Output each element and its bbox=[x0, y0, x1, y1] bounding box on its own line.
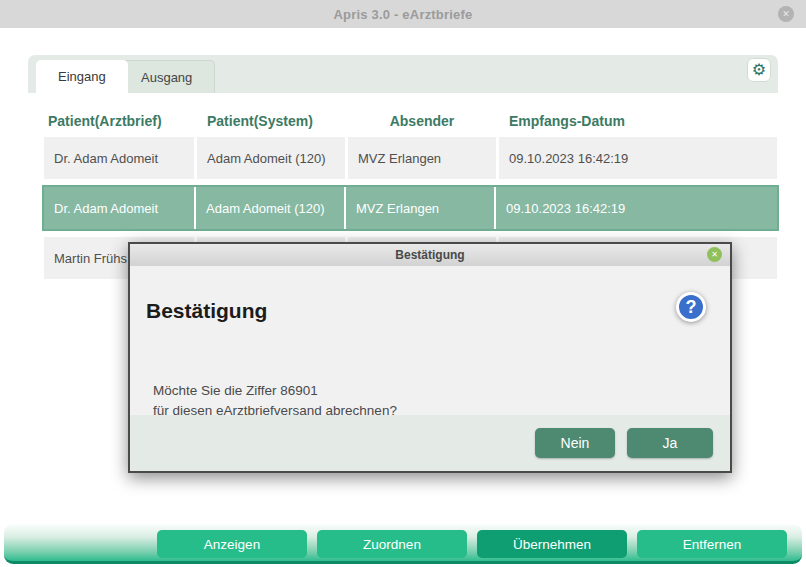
gear-icon[interactable]: ⚙ bbox=[747, 58, 771, 82]
window-close-icon[interactable]: ✕ bbox=[778, 6, 794, 22]
dialog-message-line1: Möchte Sie die Ziffer 86901 bbox=[153, 381, 397, 401]
entfernen-button[interactable]: Entfernen bbox=[637, 530, 787, 558]
dialog-message: Möchte Sie die Ziffer 86901 für diesen e… bbox=[153, 381, 397, 421]
cell-absender: MVZ Erlangen bbox=[348, 137, 496, 179]
table-row-selected[interactable]: Dr. Adam Adomeit Adam Adomeit (120) MVZ … bbox=[44, 187, 777, 229]
dialog-message-line2: für diesen eArztbriefversand abrechnen? bbox=[153, 401, 397, 421]
column-header-patient-system: Patient(System) bbox=[197, 113, 345, 129]
cell-patient-arztbrief: Dr. Adam Adomeit bbox=[44, 187, 194, 229]
column-header-absender: Absender bbox=[348, 113, 496, 129]
dialog-titlebar: Bestätigung ✕ bbox=[130, 244, 730, 266]
cell-empfangs-datum: 09.10.2023 16:42:19 bbox=[499, 137, 777, 179]
cell-absender: MVZ Erlangen bbox=[346, 187, 494, 229]
tab-ausgang[interactable]: Ausgang bbox=[118, 60, 215, 93]
cell-patient-system: Adam Adomeit (120) bbox=[197, 137, 345, 179]
dialog-footer: Nein Ja bbox=[130, 415, 730, 471]
bottom-buttons: Anzeigen Zuordnen Übernehmen Entfernen bbox=[157, 530, 787, 558]
ja-button[interactable]: Ja bbox=[627, 428, 713, 458]
cell-empfangs-datum: 09.10.2023 16:42:19 bbox=[496, 187, 777, 229]
column-header-empfangs-datum: Empfangs-Datum bbox=[499, 113, 777, 129]
tab-eingang[interactable]: Eingang bbox=[36, 60, 128, 93]
table-row[interactable]: Dr. Adam Adomeit Adam Adomeit (120) MVZ … bbox=[44, 137, 777, 179]
window-titlebar: Apris 3.0 - eArztbriefe ✕ bbox=[0, 0, 806, 28]
dialog-heading: Bestätigung bbox=[146, 299, 267, 323]
uebernehmen-button[interactable]: Übernehmen bbox=[477, 530, 627, 558]
tab-strip: Eingang Ausgang ⚙ bbox=[28, 55, 778, 93]
cell-patient-system: Adam Adomeit (120) bbox=[196, 187, 344, 229]
confirmation-dialog: Bestätigung ✕ Bestätigung ? Möchte Sie d… bbox=[128, 242, 732, 473]
dialog-body: Bestätigung ? Möchte Sie die Ziffer 8690… bbox=[130, 266, 730, 415]
anzeigen-button[interactable]: Anzeigen bbox=[157, 530, 307, 558]
cell-patient-arztbrief: Dr. Adam Adomeit bbox=[44, 137, 194, 179]
zuordnen-button[interactable]: Zuordnen bbox=[317, 530, 467, 558]
nein-button[interactable]: Nein bbox=[535, 428, 615, 458]
dialog-close-icon[interactable]: ✕ bbox=[707, 247, 722, 262]
column-header-patient-arztbrief: Patient(Arztbrief) bbox=[44, 113, 194, 129]
table-header: Patient(Arztbrief) Patient(System) Absen… bbox=[44, 108, 777, 134]
bottom-action-bar: Anzeigen Zuordnen Übernehmen Entfernen bbox=[4, 524, 802, 564]
window-title: Apris 3.0 - eArztbriefe bbox=[334, 7, 473, 22]
help-icon[interactable]: ? bbox=[676, 292, 706, 322]
dialog-title: Bestätigung bbox=[395, 248, 464, 262]
